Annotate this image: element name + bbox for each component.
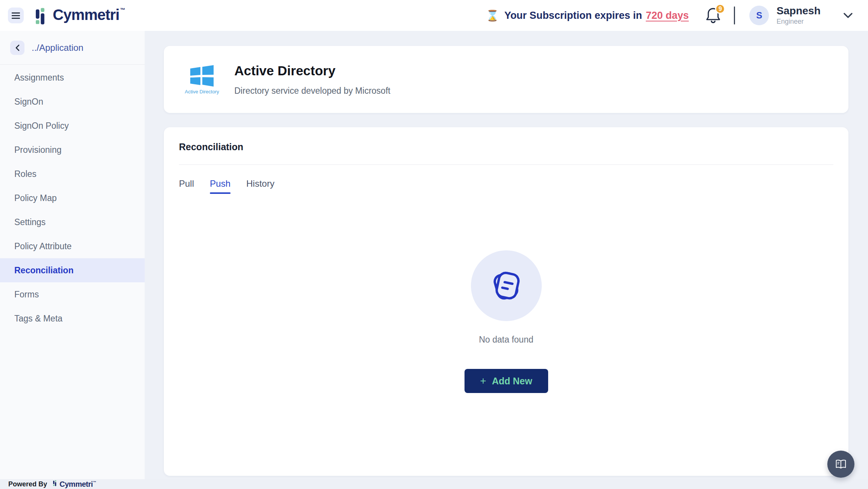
page: Cymmetri ™ ⌛ Your Subscription expires i…	[0, 0, 868, 489]
brand-trademark: ™	[120, 7, 125, 13]
sidebar-item-signon[interactable]: SignOn	[0, 90, 145, 114]
tab-history[interactable]: History	[246, 178, 275, 194]
section-divider	[179, 165, 833, 165]
user-avatar[interactable]: S	[749, 6, 769, 25]
brand-logo: Cymmetri ™	[36, 6, 125, 25]
sidebar-item-label: Settings	[14, 217, 46, 227]
subscription-notice: ⌛ Your Subscription expires in 720 days	[486, 9, 689, 22]
main-content: Active Directory Active Directory Direct…	[145, 31, 868, 489]
sidebar-item-label: Reconciliation	[14, 265, 73, 276]
sidebar-item-reconciliation[interactable]: Reconciliation	[0, 258, 145, 282]
tab-label: Pull	[179, 178, 194, 189]
hourglass-icon: ⌛	[486, 9, 499, 22]
add-new-button-label: Add New	[492, 376, 532, 387]
active-directory-logo: Active Directory	[184, 65, 220, 94]
sidebar-item-label: SignOn Policy	[14, 121, 69, 131]
reconciliation-tabs: Pull Push History	[179, 178, 833, 194]
sidebar-item-label: Policy Map	[14, 193, 57, 203]
add-new-button[interactable]: + Add New	[465, 369, 548, 393]
notification-count-badge: 9	[715, 4, 725, 14]
sidebar-item-assignments[interactable]: Assignments	[0, 66, 145, 90]
sidebar-item-label: Forms	[14, 289, 39, 300]
sidebar-item-policy-map[interactable]: Policy Map	[0, 186, 145, 210]
cymmetri-logo-icon	[36, 8, 49, 25]
notifications-button[interactable]: 9	[705, 6, 721, 24]
sidebar-item-signon-policy[interactable]: SignOn Policy	[0, 114, 145, 138]
footer-brand-name: Cymmetri	[60, 480, 93, 488]
footer-brand-trademark: ™	[93, 480, 96, 484]
user-role: Engineer	[776, 18, 821, 26]
section-title: Reconciliation	[179, 142, 833, 152]
app-titles: Active Directory Directory service devel…	[234, 63, 390, 96]
tab-label: Push	[210, 178, 231, 189]
powered-by-label: Powered By	[8, 480, 47, 488]
reconciliation-card: Reconciliation Pull Push History	[164, 127, 848, 476]
subscription-days-link[interactable]: 720 days	[646, 10, 689, 21]
sidebar-item-roles[interactable]: Roles	[0, 162, 145, 186]
app-header-card: Active Directory Active Directory Direct…	[164, 46, 848, 113]
sidebar-item-label: Assignments	[14, 73, 64, 83]
empty-state-message: No data found	[479, 335, 533, 345]
chevron-down-icon	[842, 10, 854, 21]
sidebar-item-provisioning[interactable]: Provisioning	[0, 138, 145, 162]
top-bar-right: ⌛ Your Subscription expires in 720 days …	[486, 5, 854, 26]
documentation-floating-button[interactable]	[827, 451, 854, 478]
footer-brand-logo: Cymmetri ™	[53, 480, 96, 488]
subscription-text: Your Subscription expires in	[504, 10, 642, 21]
sidebar: ../Application Assignments SignOn SignOn…	[0, 31, 145, 479]
cymmetri-logo-icon	[53, 480, 58, 486]
tab-push[interactable]: Push	[210, 178, 231, 194]
sidebar-item-forms[interactable]: Forms	[0, 282, 145, 306]
empty-state: No data found + Add New	[179, 250, 833, 393]
sidebar-nav: Assignments SignOn SignOn Policy Provisi…	[0, 65, 145, 331]
no-data-documents-icon	[487, 267, 525, 305]
back-button[interactable]	[10, 41, 24, 55]
tab-pull[interactable]: Pull	[179, 178, 194, 194]
avatar-initial: S	[756, 10, 762, 21]
sidebar-item-label: Provisioning	[14, 145, 61, 155]
windows-logo-icon	[189, 65, 214, 87]
footer: Powered By Cymmetri ™	[0, 479, 868, 489]
breadcrumb[interactable]: ../Application	[32, 43, 83, 53]
sidebar-item-label: Policy Attribute	[14, 241, 72, 251]
sidebar-item-label: SignOn	[14, 97, 43, 107]
sidebar-item-settings[interactable]: Settings	[0, 210, 145, 234]
page-title: Active Directory	[234, 63, 390, 78]
tab-label: History	[246, 178, 275, 189]
header-divider	[734, 6, 735, 24]
plus-icon: +	[480, 376, 486, 386]
empty-state-illustration	[471, 250, 542, 321]
chevron-left-icon	[15, 44, 20, 52]
app-logo-caption: Active Directory	[185, 89, 219, 94]
sidebar-item-label: Roles	[14, 169, 37, 179]
sidebar-item-policy-attribute[interactable]: Policy Attribute	[0, 234, 145, 258]
page-subtitle: Directory service developed by Microsoft	[234, 86, 390, 96]
hamburger-menu-button[interactable]	[8, 8, 24, 23]
sidebar-back-row: ../Application	[0, 31, 145, 65]
top-bar: Cymmetri ™ ⌛ Your Subscription expires i…	[0, 0, 868, 31]
open-book-icon	[834, 459, 847, 470]
brand-name: Cymmetri	[53, 6, 119, 23]
sidebar-item-label: Tags & Meta	[14, 314, 63, 324]
sidebar-item-tags-meta[interactable]: Tags & Meta	[0, 306, 145, 331]
user-menu-toggle[interactable]	[842, 10, 854, 21]
user-meta: Sapnesh Engineer	[776, 5, 821, 26]
user-name: Sapnesh	[776, 5, 821, 17]
